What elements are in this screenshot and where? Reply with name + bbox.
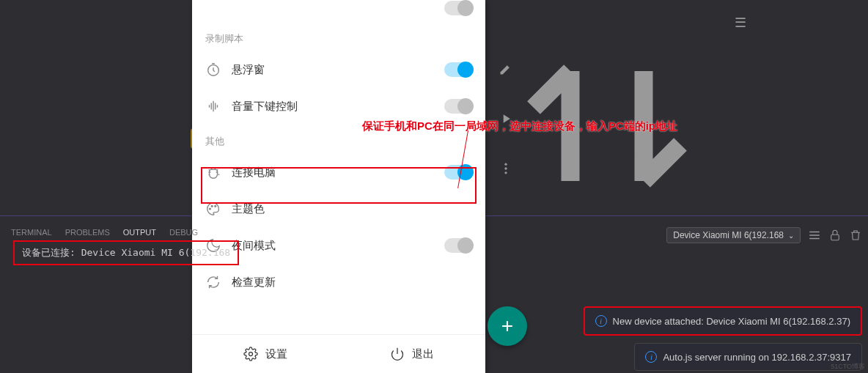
- ide-output-line: 设备已连接: Device Xiaomi MI 6(192.168: [13, 240, 239, 265]
- svg-point-4: [210, 208, 211, 210]
- night-mode-label: 夜间模式: [232, 239, 434, 253]
- phone-settings-panel: 录制脚本 悬浮窗 音量下键控制 其他 连接电脑 主题色 夜间模式 检查更新 设置: [192, 0, 485, 373]
- panel-footer: 设置 退出: [192, 334, 485, 373]
- footer-settings-label: 设置: [265, 347, 287, 361]
- panel-item-floating-window[interactable]: 悬浮窗: [192, 51, 485, 88]
- svg-point-0: [504, 163, 507, 166]
- watermark: 51CTO博客: [831, 362, 865, 372]
- bug-icon: [205, 164, 221, 180]
- notification-device-attached[interactable]: i New device attached: Device Xiaomi MI …: [584, 306, 862, 336]
- refresh-icon: [205, 274, 221, 290]
- floating-window-label: 悬浮窗: [232, 63, 434, 77]
- footer-exit-label: 退出: [412, 347, 434, 361]
- list-view-icon[interactable]: [808, 229, 821, 242]
- ide-panel-tabs: TERMINAL PROBLEMS OUTPUT DEBUG: [11, 228, 198, 237]
- plus-icon: +: [501, 314, 513, 338]
- footer-settings-button[interactable]: 设置: [192, 335, 339, 373]
- fab-add-button[interactable]: +: [488, 306, 527, 346]
- device-dropdown-label: Device Xiaomi MI 6(192.168: [673, 230, 784, 240]
- connect-pc-label: 连接电脑: [232, 166, 434, 180]
- lock-icon[interactable]: [828, 229, 842, 242]
- palette-icon: [205, 201, 221, 217]
- svg-rect-8: [831, 234, 839, 240]
- toggle-connect-pc[interactable]: [444, 165, 472, 180]
- toggle-truncated[interactable]: [444, 1, 472, 15]
- device-dropdown[interactable]: Device Xiaomi MI 6(192.168 ⌄: [666, 227, 801, 243]
- toggle-volume-control[interactable]: [444, 99, 472, 114]
- svg-point-2: [504, 171, 507, 174]
- tab-output[interactable]: OUTPUT: [123, 228, 156, 237]
- volume-control-label: 音量下键控制: [232, 100, 434, 114]
- annotation-text: 保证手机和PC在同一局域网，选中连接设备，输入PC端的ip地址: [362, 119, 677, 133]
- notification-attached-text: New device attached: Device Xiaomi MI 6(…: [613, 316, 850, 327]
- svg-point-7: [249, 352, 253, 356]
- svg-point-6: [215, 205, 216, 207]
- check-update-label: 检查更新: [232, 276, 472, 289]
- panel-item-check-update[interactable]: 检查更新: [192, 264, 485, 300]
- svg-point-5: [211, 205, 213, 207]
- tab-terminal[interactable]: TERMINAL: [11, 228, 52, 237]
- timer-icon: [205, 62, 221, 78]
- tab-problems[interactable]: PROBLEMS: [65, 228, 110, 237]
- panel-item-truncated[interactable]: [192, 0, 485, 22]
- panel-item-theme-color[interactable]: 主题色: [192, 191, 485, 227]
- panel-item-connect-pc[interactable]: 连接电脑: [192, 154, 485, 191]
- doc-side-toolbar: [499, 44, 513, 176]
- info-icon: i: [645, 351, 657, 363]
- sound-icon: [205, 98, 221, 114]
- more-icon[interactable]: [499, 161, 513, 176]
- notification-server-text: Auto.js server running on 192.168.2.37:9…: [663, 352, 851, 363]
- trash-icon[interactable]: [849, 229, 862, 242]
- toggle-night-mode[interactable]: [444, 238, 472, 253]
- info-icon: i: [595, 315, 607, 327]
- menu-icon: [205, 0, 221, 16]
- toggle-floating-window[interactable]: [444, 62, 472, 77]
- notification-server-running[interactable]: i Auto.js server running on 192.168.2.37…: [634, 343, 862, 371]
- list-icon[interactable]: ☰: [735, 15, 746, 237]
- section-record: 录制脚本: [192, 22, 485, 51]
- footer-exit-button[interactable]: 退出: [339, 335, 485, 373]
- tab-debug[interactable]: DEBUG: [169, 228, 198, 237]
- gear-icon: [243, 347, 258, 361]
- status-bar-right: Device Xiaomi MI 6(192.168 ⌄: [666, 227, 862, 243]
- edit-icon[interactable]: [499, 62, 513, 76]
- svg-point-1: [504, 167, 507, 169]
- power-icon: [390, 347, 405, 361]
- chevron-down-icon: ⌄: [788, 232, 794, 240]
- theme-color-label: 主题色: [232, 202, 472, 216]
